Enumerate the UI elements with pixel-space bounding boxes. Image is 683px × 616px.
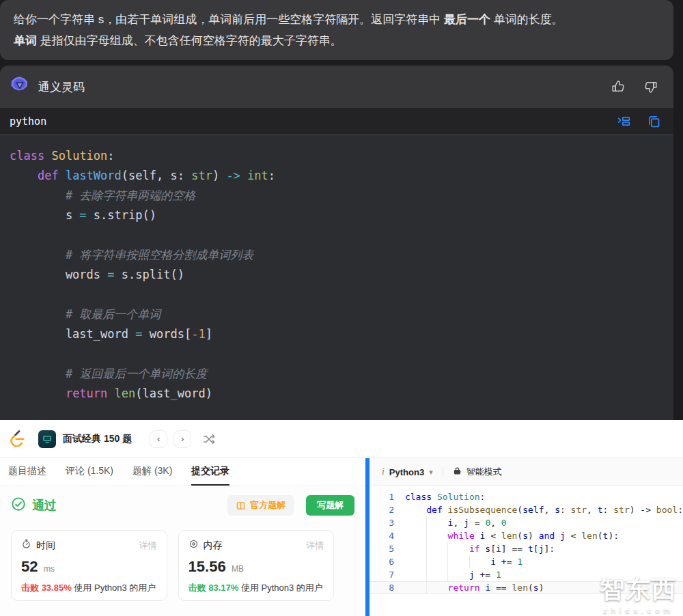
code-block-toolbar: python	[0, 108, 673, 135]
tab-submissions[interactable]: 提交记录	[191, 458, 229, 486]
memory-detail-link[interactable]: 详情	[306, 540, 324, 552]
study-plan-icon[interactable]	[38, 430, 56, 448]
stopwatch-icon	[21, 539, 31, 552]
insert-code-icon[interactable]	[615, 113, 632, 130]
book-icon	[236, 501, 246, 511]
editor-panel: i Python3 ▾ 智能模式 1cla	[370, 458, 683, 616]
shuffle-icon[interactable]	[202, 432, 216, 446]
check-circle-icon	[11, 496, 26, 514]
write-solution-button[interactable]: 写题解	[306, 495, 354, 516]
memory-beat: 击败 83.17% 使用 Python3 的用户	[189, 582, 324, 594]
submission-result: 通过 官方题解 写题解	[0, 486, 365, 616]
memory-icon	[189, 539, 199, 552]
runtime-unit: ms	[44, 564, 55, 574]
submission-panel: 题目描述 评论 (1.5K) 题解 (3K) 提交记录 通过	[0, 458, 365, 616]
runtime-value: 52	[21, 558, 38, 575]
chevron-down-icon[interactable]: ▾	[429, 468, 433, 477]
problem-description: 给你一个字符串 s，由若干单词组成，单词前后用一些空格字符隔开。返回字符串中 最…	[0, 0, 673, 60]
plan-title[interactable]: 面试经典 150 题	[63, 433, 132, 445]
assistant-message-card: 通义灵码 python	[0, 66, 673, 420]
chat-panel: 给你一个字符串 s，由若干单词组成，单词前后用一些空格字符隔开。返回字符串中 最…	[0, 0, 683, 420]
tab-description[interactable]: 题目描述	[8, 458, 46, 486]
memory-card: 内存 详情 15.56 MB 击败 83.17% 使用	[178, 530, 335, 601]
runtime-beat: 击败 33.85% 使用 Python3 的用户	[21, 582, 157, 594]
indent-guide	[469, 555, 470, 568]
assistant-code-block: class Solution: def lastWord(self, s: st…	[0, 135, 673, 420]
next-problem-button[interactable]: ›	[173, 430, 191, 448]
memory-value: 15.56	[189, 558, 226, 575]
runtime-card: 时间 详情 52 ms 击败 33.85% 使用 Py	[11, 530, 167, 601]
smart-mode-label[interactable]: 智能模式	[466, 466, 502, 478]
assistant-header: 通义灵码	[0, 66, 673, 108]
language-info-icon: i	[382, 466, 385, 477]
code-language-label: python	[10, 115, 46, 128]
leetcode-header: 面试经典 150 题 ‹ ›	[0, 420, 683, 458]
tab-solutions[interactable]: 题解 (3K)	[133, 458, 172, 486]
header-divider	[443, 466, 443, 477]
tab-bar: 题目描述 评论 (1.5K) 题解 (3K) 提交记录	[0, 458, 365, 486]
thumbs-up-icon[interactable]	[609, 78, 627, 96]
runtime-title: 时间	[36, 540, 55, 552]
leetcode-body: 题目描述 评论 (1.5K) 题解 (3K) 提交记录 通过	[0, 458, 683, 616]
status-accepted: 通过	[32, 497, 57, 514]
runtime-detail-link[interactable]: 详情	[139, 540, 157, 552]
editor-lines[interactable]: 1class Solution:2 def isSubsequence(self…	[370, 486, 683, 616]
indent-guide	[447, 542, 448, 581]
leetcode-logo-icon[interactable]	[8, 429, 26, 449]
memory-unit: MB	[232, 564, 244, 574]
assistant-title: 通义灵码	[38, 79, 85, 95]
memory-title: 内存	[204, 540, 223, 552]
official-solution-button[interactable]: 官方题解	[227, 495, 294, 516]
thumbs-down-icon[interactable]	[642, 78, 660, 96]
editor-header: i Python3 ▾ 智能模式	[370, 458, 683, 486]
screen: 给你一个字符串 s，由若干单词组成，单词前后用一些空格字符隔开。返回字符串中 最…	[0, 0, 683, 616]
language-selector[interactable]: Python3	[389, 467, 424, 477]
tab-comments[interactable]: 评论 (1.5K)	[66, 458, 113, 486]
prev-problem-button[interactable]: ‹	[150, 430, 167, 448]
stats-cards: 时间 详情 52 ms 击败 33.85% 使用 Py	[11, 530, 354, 601]
leetcode-panel: 面试经典 150 题 ‹ › 题目描述 评论 (1.5K) 题解 (3K) 提交…	[0, 420, 683, 616]
tongyi-lingma-logo-icon	[10, 75, 30, 98]
lock-icon	[453, 466, 462, 478]
copy-code-icon[interactable]	[645, 113, 663, 130]
indent-guide	[426, 516, 427, 594]
